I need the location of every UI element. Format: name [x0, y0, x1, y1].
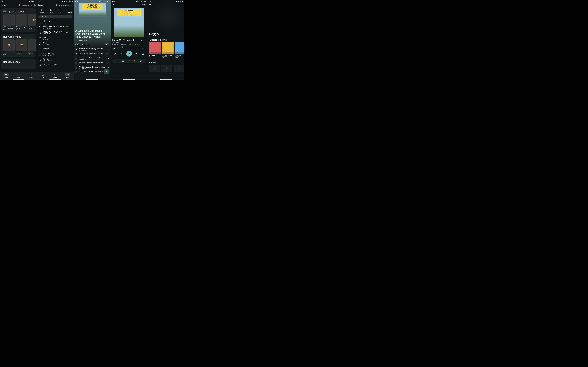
server-chip[interactable]: Subsonic Demo — [55, 4, 69, 6]
nav-activity[interactable]: Activity — [40, 73, 46, 78]
album-card[interactable]: DeflonesoundsystemDeflone2008 — [16, 14, 27, 30]
play-button[interactable] — [104, 69, 109, 74]
collapse-button[interactable] — [112, 3, 115, 6]
album-card[interactable]: AdamShearer2008 — [3, 39, 15, 55]
album-list[interactable]: 'Til The DayJoe Farren2005 - I Would Hav… — [37, 19, 74, 80]
wifi-icon — [25, 0, 26, 2]
album-title: 2005 - I Would Have Given So Much More — [43, 26, 72, 27]
album-list-item[interactable]: 2005 - I Would Have Given So Much MoreMi… — [37, 25, 74, 30]
album-title: A Symphonic Celebration - Music from the… — [75, 29, 109, 38]
gear-icon[interactable] — [33, 4, 35, 6]
gesture-bar — [13, 79, 24, 80]
track-artist[interactable]: Joe Hisaishi — [112, 42, 146, 44]
svg-point-19 — [40, 54, 40, 55]
server-icon — [55, 4, 57, 6]
audios-row[interactable] — [149, 65, 184, 72]
section-title: Random albums — [3, 35, 35, 38]
nav-library[interactable]: Library — [65, 73, 70, 78]
section-title: Most played albums — [3, 10, 35, 13]
app-title: Music — [1, 4, 8, 7]
album-artist: Shearer — [43, 38, 72, 40]
album-title: Microdub-Nummer eins — [162, 54, 174, 56]
track-artist: Joe Hisaishi — [79, 50, 105, 51]
queue-button[interactable] — [140, 60, 141, 62]
nav-search[interactable]: Search — [16, 73, 21, 78]
album-list-item[interactable]: AdamShearer — [37, 35, 74, 41]
clock: 3:00 — [1, 0, 4, 2]
status-bar: 3:00 3G100% — [74, 0, 111, 2]
album-card[interactable]: MetisseMetisseJeunesseMETISSE2005 — [149, 42, 161, 58]
svg-point-3 — [41, 9, 42, 10]
repeat-button[interactable] — [141, 52, 144, 55]
album-card[interactable]: Episode ICapashen — [16, 39, 27, 55]
disc-icon — [39, 58, 41, 61]
audio-item[interactable] — [161, 65, 172, 72]
svg-point-26 — [128, 60, 130, 62]
gesture-bar — [50, 79, 61, 80]
track-row[interactable]: 1Merry-Go-Round of Life (from 'Howl'...J… — [74, 47, 111, 52]
status-bar: 3:00 3G100% — [148, 0, 184, 2]
speed-button[interactable]: 1× — [116, 60, 118, 62]
nav-library[interactable]: Library — [28, 73, 33, 78]
album-artist-row[interactable]: Joe Hisaishi — [75, 40, 109, 42]
tab-playlists[interactable]: Playlists — [65, 8, 74, 14]
tab-artists[interactable]: Artists — [46, 8, 55, 14]
pause-button[interactable] — [126, 51, 132, 57]
gear-icon[interactable] — [70, 4, 72, 6]
album-card[interactable]: ChameleonCapashen — [28, 14, 35, 30]
status-bar: 3:00 3G 100% — [0, 0, 37, 2]
track-number: 5 — [75, 67, 77, 69]
track-duration: 0 — [108, 67, 109, 68]
back-button[interactable] — [75, 4, 77, 7]
svg-point-21 — [40, 60, 40, 60]
signal-icon — [140, 0, 141, 2]
album-title: Antígona — [43, 47, 72, 49]
queue-add-button[interactable] — [122, 60, 124, 62]
track-row[interactable]: 4Nausicaä Requiem (from 'Nausicaä ...Joe… — [74, 61, 111, 65]
person-icon — [75, 40, 77, 42]
album-list-item[interactable]: BellevueMisteur Valaire — [37, 57, 74, 63]
album-card[interactable]: BSO SebastianPeerGynt Lobogris2008 — [3, 14, 15, 30]
album-card[interactable]: Joe FarrenJoe FarrenHanfplanetMicrodub20… — [175, 42, 184, 58]
track-number: 2 — [75, 53, 77, 55]
battery-icon — [67, 0, 69, 2]
previous-button[interactable] — [120, 52, 123, 55]
shuffle-button[interactable] — [114, 52, 117, 55]
seek-bar[interactable] — [112, 47, 146, 47]
tab-genres[interactable]: Genres — [55, 8, 65, 14]
track-number: 4 — [75, 62, 77, 64]
track-row[interactable]: 2One Summer's Day (The Name of Lif...Joe… — [74, 52, 111, 56]
album-list-item[interactable]: Between two worlds — [37, 63, 74, 67]
track-artist: Joe Hisaishi — [79, 59, 105, 60]
next-button[interactable] — [135, 52, 138, 55]
disc-icon — [39, 64, 41, 66]
album-card[interactable]: MicrodubMicrodubMicrodub-Nummer einsMicr… — [162, 42, 174, 58]
signal-icon — [29, 0, 30, 2]
album-list-item[interactable]: AntígonaAntígona — [37, 46, 74, 52]
album-list-item[interactable]: BSO SebastianPeerGynt Lobogris — [37, 52, 74, 57]
disc-icon — [39, 37, 41, 40]
album-cover: Deutsche GrammophonJOE HISAISHIA Symphon… — [79, 3, 106, 16]
playlist-icon — [68, 8, 70, 11]
nav-activity[interactable]: Activity — [3, 73, 9, 78]
section-title: Random songs — [3, 60, 35, 63]
note-icon — [153, 67, 156, 70]
tab-albums[interactable]: Albums — [37, 8, 46, 14]
back-button[interactable] — [148, 2, 184, 8]
album-list-item[interactable]: A Million Ways To Waste A SummerMichael … — [37, 30, 74, 35]
cast-button[interactable] — [128, 60, 130, 62]
activity-screen: 3:00 3G 100% Music Subsonic Demo Most pl… — [0, 0, 37, 80]
nav-search[interactable]: Search — [52, 73, 58, 78]
sort-chip[interactable]: Title — [38, 15, 73, 18]
track-album[interactable]: A Symphonic Celebration - Music from the… — [112, 44, 146, 45]
server-chip[interactable]: Subsonic Demo — [18, 4, 32, 6]
equalizer-button[interactable] — [134, 60, 136, 62]
album-list-item[interactable]: All-inCapashen — [37, 41, 74, 46]
track-row[interactable]: 3The Legend of the Wind (from 'Naus...Jo… — [74, 56, 111, 61]
audio-item[interactable] — [174, 65, 184, 72]
genre-album-row[interactable]: MetisseMetisseJeunesseMETISSE2005Microdu… — [149, 42, 184, 58]
album-list-item[interactable]: 'Til The DayJoe Farren — [37, 19, 74, 25]
album-card[interactable]: DeflonesounDeflone2008 — [28, 39, 35, 55]
audio-item[interactable] — [149, 65, 160, 72]
clock: 3:00 — [149, 0, 151, 2]
